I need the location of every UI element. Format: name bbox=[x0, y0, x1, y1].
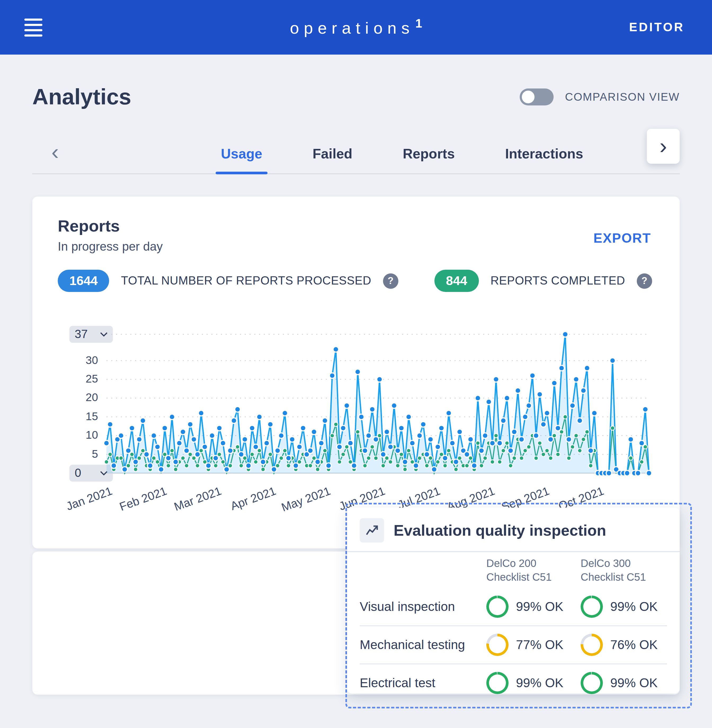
page-head: Analytics COMPARISON VIEW bbox=[32, 81, 680, 113]
reports-card-title: Reports bbox=[58, 217, 163, 236]
completed-reports-pill: 844 bbox=[435, 270, 479, 292]
app-header: operations1 EDITOR bbox=[0, 0, 712, 55]
progress-ring bbox=[486, 634, 509, 656]
column-delco-300: DelCo 300 Checklist C51 bbox=[581, 557, 667, 583]
evaluation-quality-card[interactable]: Evaluation quality inspection DelCo 200 … bbox=[347, 508, 680, 694]
progress-ring bbox=[581, 596, 603, 618]
analytics-tabbar: ‹ Usage Failed Reports Interactions › bbox=[32, 134, 680, 174]
help-icon[interactable]: ? bbox=[383, 273, 398, 289]
editor-button[interactable]: EDITOR bbox=[626, 19, 688, 35]
evaluation-card-head: Evaluation quality inspection bbox=[347, 508, 680, 543]
table-row: Visual inspection 99% OK 99% OK bbox=[360, 588, 667, 625]
line-chart-icon bbox=[360, 518, 384, 543]
evaluation-table: DelCo 200 Checklist C51 DelCo 300 Checkl… bbox=[347, 552, 680, 701]
comparison-view-label: COMPARISON VIEW bbox=[565, 90, 680, 103]
page-title: Analytics bbox=[32, 84, 131, 110]
evaluation-column-headers: DelCo 200 Checklist C51 DelCo 300 Checkl… bbox=[360, 552, 667, 588]
brand-logo: operations1 bbox=[290, 17, 422, 38]
tab-reports[interactable]: Reports bbox=[399, 134, 458, 173]
tab-usage[interactable]: Usage bbox=[218, 134, 266, 173]
stats-row: 1644 TOTAL NUMBER OF REPORTS PROCESSED ?… bbox=[32, 254, 680, 292]
tab-interactions[interactable]: Interactions bbox=[502, 134, 586, 173]
column-delco-200: DelCo 200 Checklist C51 bbox=[486, 557, 581, 583]
comparison-view-toggle[interactable] bbox=[519, 89, 553, 105]
progress-ring bbox=[486, 672, 509, 694]
tab-failed[interactable]: Failed bbox=[309, 134, 356, 173]
table-row: Mechanical testing 77% OK 76% OK bbox=[360, 625, 667, 663]
toggle-knob bbox=[522, 90, 534, 103]
table-row: Electrical test 99% OK 99% OK bbox=[360, 663, 667, 701]
screenshot-viewport: operations1 EDITOR Analytics COMPARISON … bbox=[0, 0, 712, 728]
progress-ring bbox=[486, 596, 509, 618]
main-content: Analytics COMPARISON VIEW ‹ Usage Failed… bbox=[0, 81, 712, 549]
total-reports-label: TOTAL NUMBER OF REPORTS PROCESSED bbox=[121, 274, 371, 288]
export-button[interactable]: EXPORT bbox=[590, 222, 654, 254]
reports-card-subtitle: In progress per day bbox=[58, 239, 163, 254]
progress-ring bbox=[581, 672, 603, 694]
reports-card-head: Reports In progress per day EXPORT bbox=[32, 197, 680, 254]
logo-sup: 1 bbox=[415, 17, 422, 30]
comparison-view-control: COMPARISON VIEW bbox=[519, 89, 680, 105]
progress-ring bbox=[581, 634, 603, 656]
total-reports-pill: 1644 bbox=[58, 270, 110, 292]
help-icon[interactable]: ? bbox=[637, 273, 652, 289]
app-root: operations1 EDITOR Analytics COMPARISON … bbox=[0, 0, 712, 728]
y-axis-max-value: 37 bbox=[75, 328, 88, 341]
completed-reports-label: REPORTS COMPLETED bbox=[491, 274, 625, 288]
reports-card: Reports In progress per day EXPORT 1644 … bbox=[32, 197, 680, 549]
logo-text: operations bbox=[290, 19, 414, 37]
tab-scroll-left-icon[interactable]: ‹ bbox=[48, 134, 62, 170]
reports-line-chart bbox=[102, 329, 654, 483]
evaluation-card-title: Evaluation quality inspection bbox=[394, 522, 606, 539]
tab-scroll-right-icon[interactable]: › bbox=[647, 129, 680, 164]
hamburger-menu-icon[interactable] bbox=[24, 18, 42, 36]
y-axis-min-value: 0 bbox=[75, 466, 81, 480]
